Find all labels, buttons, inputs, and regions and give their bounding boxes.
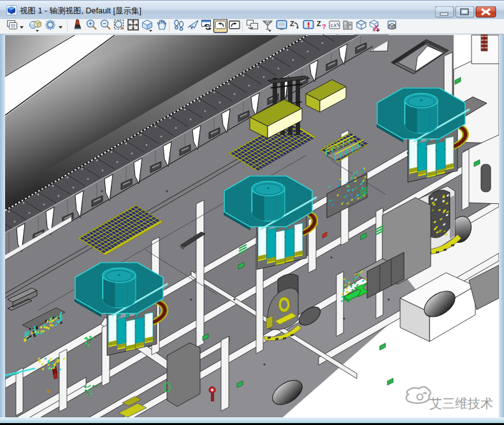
svg-text:Z: Z bbox=[290, 20, 294, 27]
svg-text:?: ? bbox=[322, 23, 326, 31]
svg-text:艾三维技术: 艾三维技术 bbox=[429, 396, 493, 410]
svg-text:Z: Z bbox=[317, 20, 321, 27]
svg-text:c,k: c,k bbox=[331, 23, 336, 27]
